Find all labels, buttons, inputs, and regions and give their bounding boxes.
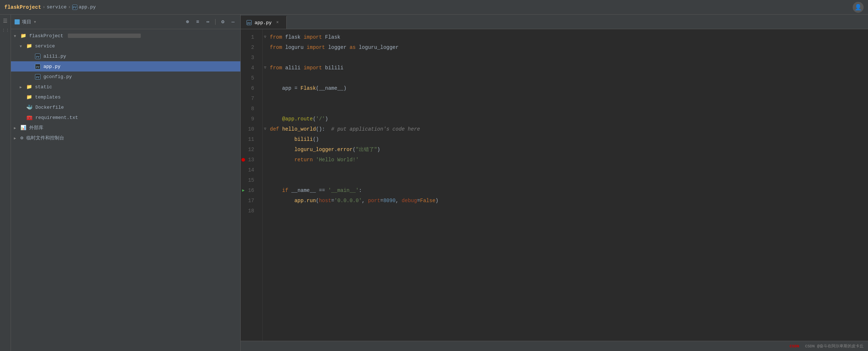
- py-file-icon: py: [72, 5, 77, 10]
- eq-port: =: [380, 196, 383, 206]
- sidebar-toggle-icon[interactable]: ☰: [1, 17, 9, 25]
- decorator-9: @app.route: [270, 114, 313, 124]
- breadcrumb: flaskProject › service › py app.py: [4, 4, 96, 10]
- tree-label-dockerfile: Dockerfile: [35, 105, 64, 110]
- line-numbers-gutter: 1 2 3 4 5 6 7 8 9 10 11 12 13 14 15 16 1…: [241, 29, 263, 341]
- tree-label-flaskProject: flaskProject: [29, 33, 63, 39]
- tab-close-button[interactable]: ×: [275, 20, 280, 26]
- line-num-5: 5: [241, 73, 258, 83]
- code-line-7: [270, 93, 868, 104]
- tree-item-alili-py[interactable]: py alili.py: [11, 51, 240, 61]
- collapse-icon[interactable]: ⇔: [204, 18, 212, 26]
- toolbar-divider: [215, 19, 216, 25]
- settings-icon[interactable]: ⚙: [219, 18, 226, 26]
- tree-item-extlib[interactable]: ▶ 📊 外部库: [11, 123, 240, 133]
- code-line-5: [270, 73, 868, 83]
- line-num-16: 16: [241, 185, 258, 196]
- csdn-author: CSDN @奋斗在阿尔卑斯的皮卡丘: [805, 343, 864, 349]
- editor-tab-app-py[interactable]: py app.py ×: [241, 16, 287, 29]
- breakpoint-marker-13: [264, 158, 268, 162]
- name-check: __name__: [288, 185, 319, 196]
- paren-open-9: (: [313, 114, 316, 124]
- param-debug: debug: [402, 196, 417, 206]
- tree-item-flaskProject[interactable]: ▼ 📁 flaskProject: [11, 31, 240, 41]
- indent-17: [270, 196, 294, 206]
- breadcrumb-service[interactable]: service: [47, 4, 67, 10]
- folder-icon-static: 📁: [26, 84, 32, 90]
- code-line-2: from loguru import logger as loguru_logg…: [270, 42, 868, 53]
- py-icon-app: py: [35, 64, 40, 69]
- fn-run: run: [307, 196, 316, 206]
- docker-icon: 🐳: [26, 104, 32, 111]
- tree-label-extlib: 外部库: [29, 124, 43, 131]
- tab-file-icon: py: [247, 20, 252, 25]
- code-editor[interactable]: ▽ from flask import Flask from loguru im…: [263, 29, 868, 341]
- flask-class: Flask: [322, 32, 340, 42]
- paren-11: (): [313, 134, 319, 144]
- add-files-icon[interactable]: ⊕: [184, 18, 191, 26]
- temp-chevron: ▶: [14, 135, 19, 141]
- project-path-blurred: [68, 34, 141, 38]
- tree-item-tempfiles[interactable]: ▶ ⚙ 临时文件和控制台: [11, 133, 240, 143]
- num-port: 8090: [383, 196, 396, 206]
- param-host: host: [319, 196, 331, 206]
- line-num-18: 18: [241, 206, 258, 216]
- code-line-13: return 'Hello World!': [270, 155, 868, 165]
- dot-12: .: [334, 144, 337, 155]
- space-13: [313, 155, 316, 165]
- dunder-name: __name__: [319, 83, 343, 93]
- dot-17: .: [303, 196, 306, 206]
- temp-icon: ⚙: [20, 135, 23, 141]
- line-num-14: 14: [241, 165, 258, 175]
- hide-icon[interactable]: —: [229, 18, 237, 26]
- sidebar-dropdown-icon[interactable]: ▾: [34, 19, 36, 25]
- tree-item-requirement[interactable]: 🧰 requirement.txt: [11, 112, 240, 123]
- code-line-18: [270, 206, 868, 216]
- kw-import-2: import: [307, 42, 325, 53]
- line-num-9: 9: [241, 114, 258, 124]
- sidebar: 项目 ▾ ⊕ ≡ ⇔ ⚙ — ▼ 📁 flaskProject: [11, 15, 241, 351]
- tree-item-dockerfile[interactable]: 🐳 Dockerfile: [11, 102, 240, 112]
- user-icon: 👤: [855, 4, 862, 11]
- breadcrumb-sep2: ›: [68, 5, 71, 10]
- fold-btn-1[interactable]: ▽: [264, 32, 266, 42]
- tree-item-gconfig-py[interactable]: py gconfig.py: [11, 72, 240, 82]
- fn-bilili: bilili: [294, 134, 313, 144]
- code-line-1: ▽ from flask import Flask: [270, 32, 868, 42]
- paren-close-6: ): [344, 83, 346, 93]
- tree-item-templates[interactable]: 📁 templates: [11, 92, 240, 102]
- kw-import-1: import: [303, 32, 322, 42]
- code-line-3: [270, 53, 868, 63]
- space-1: flask: [282, 32, 304, 42]
- fold-btn-10[interactable]: ▽: [264, 124, 266, 134]
- extlib-icon: 📊: [20, 125, 26, 131]
- structure-icon[interactable]: ⋮⋮: [1, 26, 9, 34]
- kw-from-2: from: [270, 42, 282, 53]
- tree-item-app-py[interactable]: py app.py: [11, 61, 240, 72]
- str-host: '0.0.0.0': [334, 196, 362, 206]
- breadcrumb-file[interactable]: app.py: [79, 4, 96, 10]
- folder-icon-root: 📁: [20, 33, 26, 39]
- align-icon[interactable]: ≡: [194, 18, 201, 26]
- tree-item-service[interactable]: ▼ 📁 service: [11, 41, 240, 51]
- indent-12: [270, 144, 294, 155]
- titlebar: flaskProject › service › py app.py 👤: [0, 0, 868, 15]
- side-icons-panel: ☰ ⋮⋮: [0, 15, 11, 351]
- line-num-4: 4: [241, 63, 258, 73]
- code-line-17: app . run ( host = '0.0.0.0' , port = 80…: [270, 196, 868, 206]
- tree-item-static[interactable]: ▶ 📁 static: [11, 82, 240, 92]
- code-line-10: ▽ def hello_world (): # put application'…: [270, 124, 868, 134]
- app-var-17: app: [294, 196, 303, 206]
- line-num-8: 8: [241, 104, 258, 114]
- param-port: port: [368, 196, 380, 206]
- indent-13: [270, 155, 294, 165]
- fold-btn-4[interactable]: ▽: [264, 63, 266, 73]
- alili-module: alili: [282, 63, 304, 73]
- str-hello-world: 'Hello World!': [316, 155, 359, 165]
- logger-var-12: loguru_logger: [294, 144, 334, 155]
- code-line-16: if __name__ == '__main__' :: [270, 185, 868, 196]
- project-name[interactable]: flaskProject: [4, 4, 41, 10]
- user-icon-button[interactable]: 👤: [853, 2, 864, 13]
- root-chevron: ▼: [14, 33, 19, 39]
- kw-as: as: [349, 42, 356, 53]
